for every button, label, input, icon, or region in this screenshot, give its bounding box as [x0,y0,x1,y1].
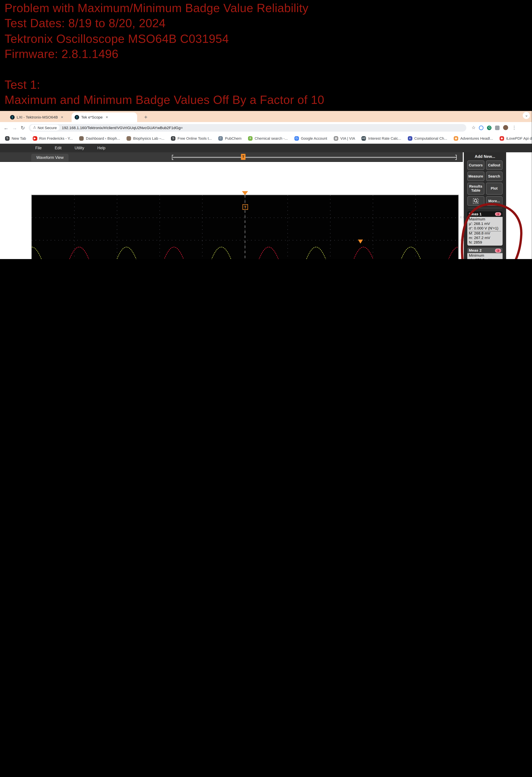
password-extension-icon[interactable] [479,125,484,130]
measurement-row: N: 2859 [469,240,501,245]
toolbar-icons: ☆ G ⋮ [472,125,516,130]
bookmark-item[interactable]: Dashboard ‹ Bioph... [79,136,120,140]
measurement-badge[interactable]: Meas 1 3 Maximumµ': 268.1 mVσ': 0.000 V … [467,211,503,246]
results-table-button[interactable]: Results Table [467,183,484,195]
bookmark-item[interactable]: ◆ iLovePDF Api dow... [500,136,532,140]
close-tab-icon[interactable]: × [61,115,63,119]
plot-button[interactable]: Plot [486,183,503,195]
bookmark-label: Chemical search -... [255,136,288,140]
menu-item[interactable]: Utility [75,146,84,150]
bookmark-item[interactable]: ◉ Adventures Headl... [454,136,493,140]
measurement-badges: Meas 1 3 Maximumµ': 268.1 mVσ': 0.000 V … [464,211,506,259]
bookmark-item[interactable]: ▶ Ron Fredericks - Y... [33,136,73,140]
bookmark-item[interactable]: G Google Account [294,136,327,140]
source-count-pill: 3 [495,212,501,216]
oscilloscope-app-1: FileEditUtilityHelp Waveform View T -40 … [0,144,532,152]
bookmark-label: iLovePDF Api dow... [506,136,532,140]
browser-window-1: T LXI - Tektronix-MSO64B × T Tek e*Scope… [0,111,532,259]
bookmark-item[interactable]: ▦ VIA | VIA [334,136,355,140]
bookmark-favicon: C [219,136,223,140]
bookmark-item[interactable]: C PubChem [219,136,242,140]
cursors-button[interactable]: Cursors [467,160,484,170]
menu-kebab-icon[interactable]: ⋮ [512,125,516,130]
bookmark-item[interactable]: ✳ Chemical search -... [248,136,288,140]
bookmark-item[interactable]: Biophysics Lab –... [127,136,164,140]
reload-icon[interactable]: ↻ [21,125,25,130]
measurement-badge[interactable]: Meas 2 3 Minimumµ': -272.0 mVσ': 0.000 V… [467,248,503,259]
bookmark-favicon: ▦ [334,136,338,140]
add-new-buttons: Cursors Callout Measure Search Results T… [464,160,506,206]
bookmark-label: Ron Fredericks - Y... [39,136,73,140]
bookmark-label: New Tab [12,136,26,140]
extensions-puzzle-icon[interactable] [495,125,500,130]
not-secure-chip[interactable]: ⚠Not Secure [30,125,59,131]
more-button[interactable]: More... [486,196,503,206]
measurement-header[interactable]: Meas 1 3 [467,211,503,217]
bookmark-label: PubChem [225,136,242,140]
tektronix-favicon: T [10,115,15,119]
zoom-tool-button[interactable] [467,196,484,206]
measurement-row: µ': -272.0 mV [469,258,501,259]
menu-item[interactable]: Edit [55,146,61,150]
bookmark-favicon: ◆ [500,136,504,140]
callout-button[interactable]: Callout [486,160,503,170]
measurement-header[interactable]: Meas 2 3 [467,248,503,253]
tab-lxi-tektronix[interactable]: T LXI - Tektronix-MSO64B × [7,112,68,122]
address-bar[interactable]: ⚠Not Secure 192.168.1.160/Tektronix/#/cl… [29,124,467,131]
tab-tek-escope[interactable]: T Tek e*Scope × [72,112,137,122]
magnifier-icon [473,198,479,204]
tektronix-favicon: T [75,115,79,119]
tab-title: LXI - Tektronix-MSO64B [17,115,58,119]
back-icon[interactable]: ← [4,125,9,130]
intro-line [5,62,324,77]
forward-icon[interactable]: → [12,125,17,130]
menu-item[interactable]: File [35,146,42,150]
menu-item[interactable]: Help [97,146,105,150]
bookmark-favicon: ✳ [248,136,253,140]
bookmark-favicon: G [294,136,299,140]
add-new-title: Add New... [464,154,506,159]
bookmark-label: Interest Rate Calc... [368,136,401,140]
bookmark-item[interactable]: e Computational Ch... [408,136,447,140]
bookmark-item[interactable]: AE Interest Rate Calc... [362,136,401,140]
measurement-values: Maximumµ': 268.1 mVσ': 0.000 V (N'=1)M: … [467,217,503,246]
not-secure-label: Not Secure [38,125,57,130]
intro-text: Problem with Maximum/Minimum Badge Value… [5,1,324,108]
tab-title: Tek e*Scope [81,115,103,119]
intro-line: Tektronix Oscilloscope MSO64B C031954 [5,31,324,46]
waveform-plot-1[interactable]: -40 ns-30 ns-20 ns-10 ns0 s10 ns20 ns30 … [31,195,459,259]
profile-avatar[interactable] [503,125,508,130]
chevron-down-icon[interactable]: ⌄ [523,112,530,119]
source-count-pill: 3 [495,249,501,253]
intro-line: Firmware: 2.8.1.1496 [5,46,324,62]
bookmark-star-icon[interactable]: ☆ [472,125,476,130]
bookmark-item[interactable]: S New Tab [5,136,26,140]
minimap-left-bracket[interactable] [172,155,173,160]
page: Problem with Maximum/Minimum Badge Value… [0,0,532,259]
bookmark-favicon: AE [362,136,366,140]
grammarly-extension-icon[interactable]: G [487,125,492,130]
bookmark-label: Biophysics Lab –... [133,136,164,140]
minimap-trigger-icon[interactable]: T [241,154,246,160]
browser-toolbar: ← → ↻ ⚠Not Secure 192.168.1.160/Tektroni… [0,122,532,133]
bookmarks-bar: S New Tab ▶ Ron Fredericks - Y... Dashbo… [0,133,532,144]
warning-icon: ⚠ [33,126,36,130]
bookmark-item[interactable]: S Free Online Tools t... [171,136,212,140]
waveform-view-tab[interactable]: Waveform View [31,154,69,161]
intro-line: Test 1: [5,77,324,92]
bookmark-favicon: S [171,136,175,140]
measurement-row: µ': 268.1 mV [469,222,501,226]
measurement-row: σ': 0.000 V (N'=1) [469,226,501,231]
bookmark-favicon: ▶ [33,136,37,140]
measurement-name: Meas 2 [469,248,482,253]
minimap-right-bracket[interactable] [455,155,457,160]
trigger-position-marker[interactable]: T [242,195,249,210]
minimap-track[interactable] [173,157,457,158]
close-tab-icon[interactable]: × [106,115,108,119]
measurement-row: Minimum [469,254,501,258]
search-button[interactable]: Search [486,172,503,181]
measurement-values: Minimumµ': -272.0 mVσ': 0.000 V (N'=1)M:… [467,253,503,259]
measure-button[interactable]: Measure [467,172,484,181]
trigger-peak-marker [358,240,363,244]
new-tab-button[interactable]: + [144,113,147,121]
